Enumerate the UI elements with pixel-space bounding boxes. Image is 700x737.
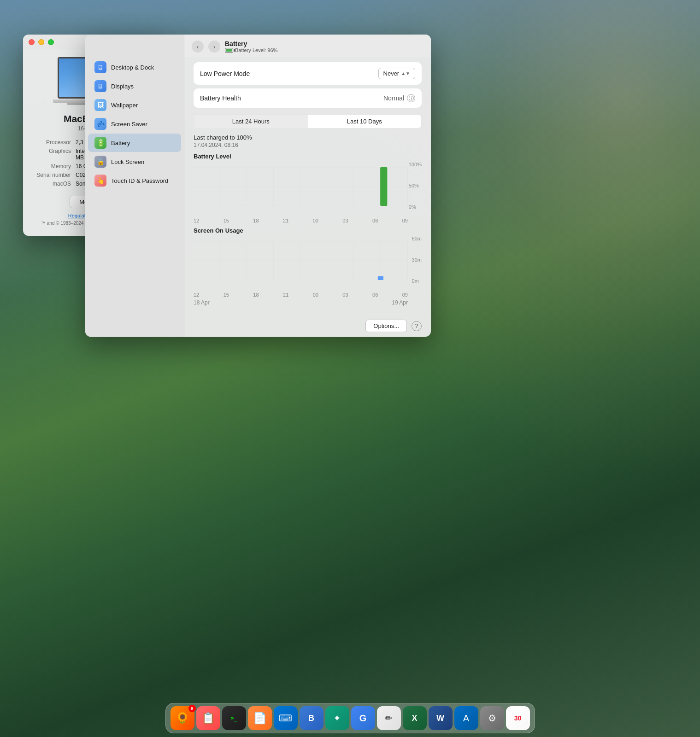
sidebar-icon-lock-screen: 🔒 <box>94 156 106 168</box>
dock-item-word[interactable]: W <box>429 706 453 730</box>
time-range-selector: Last 24 Hours Last 10 Days <box>194 114 422 129</box>
x-label-06: 06 <box>372 218 378 223</box>
dock-item-sysprefs[interactable]: ⚙ <box>480 706 504 730</box>
screen-usage-chart-wrap: 60m 30m 0m 12 15 18 21 00 03 06 09 <box>194 236 422 306</box>
sidebar-icon-desktop-dock: 🖥 <box>94 61 106 73</box>
low-power-mode-row: Low Power Mode Never ▲▼ <box>194 62 422 85</box>
battery-y-labels: 100% 50% 0% <box>409 162 422 210</box>
battery-health-info-button[interactable]: ⓘ <box>407 94 415 102</box>
low-power-mode-value: Never <box>383 70 400 77</box>
sidebar-label-displays: Displays <box>111 83 134 90</box>
sidebar-icon-displays: 🖥 <box>94 80 106 92</box>
sidebar-item-displays[interactable]: 🖥 Displays <box>88 77 181 95</box>
maximize-button[interactable] <box>48 39 54 45</box>
battery-level-text: Battery Level: 96% <box>235 47 277 53</box>
battery-health-row: Battery Health Normal ⓘ <box>194 88 422 108</box>
sx-label-00: 00 <box>313 292 318 298</box>
options-button[interactable]: Options... <box>365 320 407 332</box>
sx-label-15: 15 <box>224 292 229 298</box>
charged-info: Last charged to 100% <box>194 134 422 141</box>
dock-badge-sunflower: 9 <box>188 705 196 712</box>
sidebar-label-battery: Battery <box>111 140 130 146</box>
battery-level-chart-wrap: 100% 50% 0% 12 15 18 21 00 03 06 09 <box>194 162 422 223</box>
screen-y-30m: 30m <box>412 257 422 263</box>
last-10-days-button[interactable]: Last 10 Days <box>308 115 422 128</box>
dock-item-pages[interactable]: 📄 <box>248 706 272 730</box>
title-area: Battery Battery Level: 96% <box>225 40 277 53</box>
dock-item-calendar[interactable]: 30 <box>506 706 530 730</box>
sidebar-icon-wallpaper: 🖼 <box>94 99 106 111</box>
battery-health-status: Normal <box>383 94 404 102</box>
settings-subtitle: Battery Level: 96% <box>225 47 277 53</box>
battery-level-svg <box>194 162 422 217</box>
nav-back-button[interactable]: ‹ <box>192 41 204 53</box>
screen-usage-chart: 60m 30m 0m <box>194 236 422 291</box>
battery-x-labels: 12 15 18 21 00 03 06 09 <box>194 218 422 223</box>
sx-label-09: 09 <box>402 292 408 298</box>
spec-label: Memory <box>33 163 75 171</box>
svg-rect-25 <box>378 276 383 280</box>
low-power-mode-select[interactable]: Never ▲▼ <box>378 68 415 79</box>
minimize-button[interactable] <box>38 39 44 45</box>
sidebar-item-desktop-dock[interactable]: 🖥 Desktop & Dock <box>88 58 181 76</box>
dock-item-chatgpt[interactable]: ✦ <box>325 706 349 730</box>
dock-item-bbedit[interactable]: B <box>300 706 324 730</box>
dock-item-sunflower[interactable]: 🌻 9 <box>171 706 194 730</box>
battery-y-100: 100% <box>409 162 422 167</box>
sidebar-icon-touch-id: 👆 <box>94 175 106 187</box>
dock: 🌻 9 📋 >_ 📄 ⌨ B ✦ G ✏ X W A ⚙ 30 <box>165 703 535 733</box>
sidebar-item-touch-id[interactable]: 👆 Touch ID & Password <box>88 171 181 190</box>
battery-y-50: 50% <box>409 183 422 188</box>
spec-label: Graphics <box>33 148 75 162</box>
battery-health-value: Normal ⓘ <box>383 94 415 102</box>
battery-level-chart-title: Battery Level <box>194 153 422 160</box>
x-label-03: 03 <box>342 218 348 223</box>
dock-item-textedit[interactable]: ✏ <box>377 706 401 730</box>
screen-y-60m: 60m <box>412 236 422 241</box>
dock-item-excel[interactable]: X <box>403 706 427 730</box>
battery-level-section: Battery Level <box>194 153 422 223</box>
settings-content: Low Power Mode Never ▲▼ Battery Health N… <box>184 57 431 315</box>
date-range-start: 18 Apr <box>194 299 210 306</box>
screen-usage-section: Screen On Usage <box>194 227 422 306</box>
dock-item-vscode[interactable]: ⌨ <box>274 706 298 730</box>
x-label-18: 18 <box>253 218 259 223</box>
sidebar-item-wallpaper[interactable]: 🖼 Wallpaper <box>88 96 181 114</box>
help-button[interactable]: ? <box>412 321 422 331</box>
dock-item-reminders[interactable]: 📋 <box>196 706 220 730</box>
sidebar-item-screen-saver[interactable]: 💤 Screen Saver <box>88 115 181 133</box>
last-24-hours-button[interactable]: Last 24 Hours <box>194 115 308 128</box>
sidebar-label-desktop-dock: Desktop & Dock <box>111 64 154 71</box>
x-label-09: 09 <box>402 218 408 223</box>
dock-item-store[interactable]: A <box>454 706 478 730</box>
battery-y-0: 0% <box>409 204 422 210</box>
dock-item-terminal[interactable]: >_ <box>222 706 246 730</box>
screen-usage-chart-title: Screen On Usage <box>194 227 422 234</box>
date-range-end: 19 Apr <box>392 299 408 306</box>
spec-label: macOS <box>33 181 75 188</box>
settings-window: 🖥 Desktop & Dock 🖥 Displays 🖼 Wallpaper … <box>85 35 431 337</box>
sidebar-icon-battery: 🔋 <box>94 137 106 149</box>
sidebar-label-wallpaper: Wallpaper <box>111 102 138 109</box>
sidebar-label-lock-screen: Lock Screen <box>111 158 144 165</box>
sx-label-18: 18 <box>253 292 259 298</box>
battery-health-label: Battery Health <box>200 94 241 102</box>
select-arrows-icon: ▲▼ <box>401 71 410 76</box>
low-power-mode-label: Low Power Mode <box>200 70 250 77</box>
svg-rect-12 <box>380 167 387 206</box>
close-button[interactable] <box>29 39 35 45</box>
battery-icon-small <box>225 48 233 53</box>
spec-label: Processor <box>33 139 75 147</box>
sidebar-item-lock-screen[interactable]: 🔒 Lock Screen <box>88 152 181 171</box>
sidebar-item-battery[interactable]: 🔋 Battery <box>88 134 181 152</box>
sidebar-label-screen-saver: Screen Saver <box>111 121 147 128</box>
x-label-21: 21 <box>283 218 288 223</box>
dock-item-google[interactable]: G <box>351 706 375 730</box>
x-label-12: 12 <box>194 218 199 223</box>
spec-label: Serial number <box>33 172 75 180</box>
battery-level-chart: 100% 50% 0% <box>194 162 422 217</box>
sx-label-06: 06 <box>372 292 378 298</box>
nav-forward-button[interactable]: › <box>208 41 220 53</box>
settings-main: ‹ › Battery Battery Level: 96% Low Power… <box>184 35 431 337</box>
screen-y-labels: 60m 30m 0m <box>412 236 422 284</box>
